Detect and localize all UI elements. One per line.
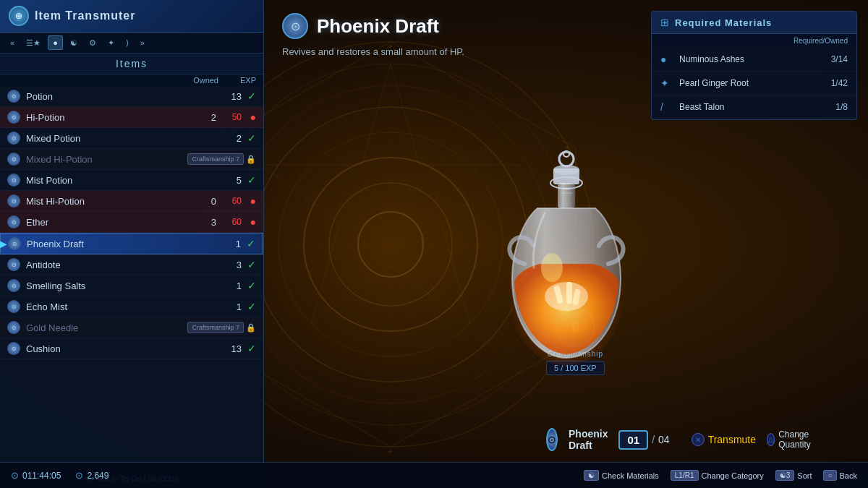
item-owned-count: 13 xyxy=(220,343,242,354)
change-qty-triangle-icon: △ xyxy=(767,433,775,446)
item-icon: ⊙ xyxy=(7,111,20,124)
item-name: Mixed Potion xyxy=(26,133,220,144)
panel-title: Item Transmuter xyxy=(35,9,135,22)
svg-rect-27 xyxy=(558,183,575,208)
column-headers: Owned EXP xyxy=(0,74,263,86)
list-item[interactable]: ⊙Mixed Hi-PotionCraftsmanship 7🔒 xyxy=(0,149,263,170)
lock-icon: 🔒 xyxy=(246,155,256,164)
material-row: / Beast Talon 1/8 xyxy=(652,95,856,119)
qty-separator: / xyxy=(652,434,655,445)
currency-icon: ⊙ xyxy=(75,470,83,481)
nav-prev[interactable]: « xyxy=(6,36,19,49)
materials-header-text: Required Materials xyxy=(675,17,772,28)
qty-total: 04 xyxy=(658,434,670,445)
item-name: Potion xyxy=(26,91,220,102)
material-name: Pearl Ginger Root xyxy=(679,78,825,88)
nav-star-tab[interactable]: ✦ xyxy=(103,36,119,50)
title-icon: ⊕ xyxy=(9,6,29,26)
check-icon: ✓ xyxy=(242,174,256,186)
nav-craft-tab[interactable]: ☯ xyxy=(66,36,82,50)
item-exp: 50 xyxy=(216,112,242,122)
potion-graphic xyxy=(487,148,646,382)
item-icon: ⊙ xyxy=(7,132,20,145)
transmute-button[interactable]: ✕ Transmute xyxy=(692,433,756,446)
alert-icon: ● xyxy=(242,216,256,228)
change-qty-label: Change Quantity xyxy=(778,429,816,450)
sort-btn: ☯3 xyxy=(775,470,795,481)
item-name: Hi-Potion xyxy=(26,112,195,123)
title-bar: ⊕ Item Transmuter xyxy=(0,0,263,33)
item-name: Mist Potion xyxy=(26,175,220,186)
item-name: Cushion xyxy=(26,343,220,354)
currency-display: ⊙ 2,649 xyxy=(75,470,109,481)
nav-forward[interactable]: ⟩ xyxy=(122,36,133,50)
transmute-label: Transmute xyxy=(708,434,756,445)
item-name: Mixed Hi-Potion xyxy=(26,154,184,165)
check-materials-action[interactable]: ☯ Check Materials xyxy=(584,470,659,481)
material-icon: / xyxy=(660,101,673,113)
alert-icon: ● xyxy=(242,195,256,207)
item-icon: ⊙ xyxy=(7,194,20,207)
item-icon: ⊙ xyxy=(7,90,20,103)
list-item[interactable]: ⊙Hi-Potion250● xyxy=(0,107,263,128)
item-owned-count: 13 xyxy=(220,91,242,102)
nav-last[interactable]: » xyxy=(136,36,149,49)
list-item[interactable]: ⊙Mist Hi-Potion060● xyxy=(0,191,263,212)
qty-current: 01 xyxy=(618,430,648,450)
nav-menu[interactable]: ☰★ xyxy=(22,36,45,50)
time-display: 011:44:05 xyxy=(22,471,61,481)
list-item[interactable]: ▶⊙Phoenix Draft1✓ xyxy=(0,233,263,254)
check-icon: ✓ xyxy=(242,132,256,144)
footer-actions: ☯ Check Materials L1/R1 Change Category … xyxy=(584,470,857,481)
back-action[interactable]: ○ Back xyxy=(823,470,857,481)
check-mat-btn: ☯ xyxy=(584,470,599,481)
nav-settings-tab[interactable]: ⚙ xyxy=(85,36,101,50)
materials-header-icon: ⊞ xyxy=(660,17,669,28)
list-item[interactable]: ⊙Gold NeedleCraftsmanship 7🔒 xyxy=(0,317,263,338)
materials-col-headers: Required/Owned xyxy=(652,34,856,48)
check-materials-label: Check Materials xyxy=(602,471,659,480)
item-name: Echo Mist xyxy=(26,301,220,312)
change-category-action[interactable]: L1/R1 Change Category xyxy=(671,470,764,481)
list-item[interactable]: ⊙Mist Potion5✓ xyxy=(0,170,263,191)
material-row: ✦ Pearl Ginger Root 1/42 xyxy=(652,72,856,95)
nav-items-tab[interactable]: ● xyxy=(48,35,63,50)
check-icon: ✓ xyxy=(242,301,256,312)
change-qty-button[interactable]: △ Change Quantity xyxy=(767,429,816,450)
list-item[interactable]: ⊙Mixed Potion2✓ xyxy=(0,128,263,149)
list-item[interactable]: ⊙Potion13✓ xyxy=(0,86,263,107)
item-exp: 60 xyxy=(216,217,242,227)
nav-tabs: « ☰★ ● ☯ ⚙ ✦ ⟩ » xyxy=(0,33,263,53)
currency-amount: 2,649 xyxy=(87,471,109,481)
game-time: ⊙ 011:44:05 xyxy=(11,470,61,481)
item-icon: ⊙ xyxy=(8,237,21,250)
item-name: Gold Needle xyxy=(26,322,184,333)
check-icon: ✓ xyxy=(242,259,256,270)
material-qty: 1/42 xyxy=(831,78,848,88)
list-item[interactable]: ⊙Cushion13✓ xyxy=(0,338,263,359)
material-icon: ● xyxy=(660,53,673,65)
required-owned-label: Required/Owned xyxy=(793,37,848,45)
item-owned-count: 1 xyxy=(219,239,241,249)
material-row: ● Numinous Ashes 3/14 xyxy=(652,48,856,72)
list-item[interactable]: ⊙Echo Mist1✓ xyxy=(0,296,263,317)
list-item[interactable]: ⊙Smelling Salts1✓ xyxy=(0,275,263,296)
transmute-item-name: Phoenix Draft xyxy=(569,428,608,451)
item-owned-count: 0 xyxy=(195,196,216,207)
sort-action[interactable]: ☯3 Sort xyxy=(775,470,812,481)
item-name: Smelling Salts xyxy=(26,281,220,291)
change-category-label: Change Category xyxy=(702,471,764,480)
item-owned-count: 1 xyxy=(220,301,242,312)
items-list-header: Items xyxy=(0,53,263,74)
clock-icon: ⊙ xyxy=(11,470,19,481)
list-item[interactable]: ⊙Ether360● xyxy=(0,212,263,233)
footer-stats: ⊙ 011:44:05 ⊙ 2,649 xyxy=(11,470,109,481)
list-item[interactable]: ⊙Antidote3✓ xyxy=(0,254,263,275)
item-icon: ⊙ xyxy=(7,258,20,271)
item-icon: ⊙ xyxy=(7,153,20,166)
materials-panel-header: ⊞ Required Materials xyxy=(652,12,856,34)
items-section: Items Owned EXP ⊙Potion13✓⊙Hi-Potion250●… xyxy=(0,53,263,468)
material-name: Numinous Ashes xyxy=(679,54,825,64)
back-label: Back xyxy=(840,471,857,480)
col-exp: EXP xyxy=(240,76,256,85)
